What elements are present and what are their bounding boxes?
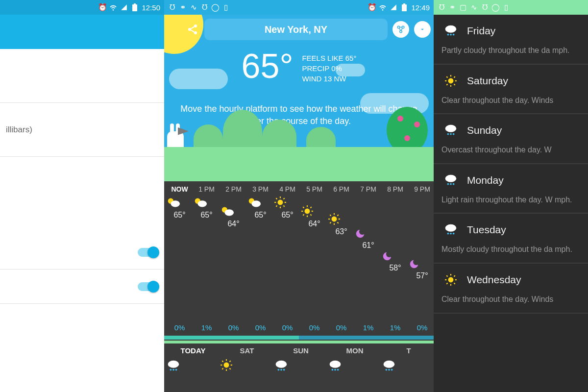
hour-precip: 1% [382,323,409,332]
svg-line-43 [330,222,331,223]
day-icon-cell [166,357,220,375]
svg-point-84 [447,133,449,135]
day-icon-cell [220,357,274,375]
alert-icon[interactable] [167,23,181,36]
svg-point-87 [445,175,457,182]
hour-temp: 63° [328,227,355,236]
hour-cell: 63° [328,196,355,321]
hour-cell: 61° [355,196,382,321]
hour-temp: 65° [247,211,274,220]
hour-temp: 65° [193,211,220,220]
partly-cloudy-icon [193,196,220,209]
hour-temp: 57° [409,271,434,280]
voicemail-icon: ⚭ [448,3,456,11]
wifi-icon [379,3,387,11]
svg-line-34 [303,215,304,216]
partly-cloudy-icon [220,205,247,218]
status-bar: ℧ ⚭ ▢ ∿ ℧ ◯ ▯ [434,0,588,15]
svg-point-83 [445,125,457,132]
svg-point-18 [278,200,283,205]
wind: WIND 13 NW [302,74,356,84]
hour-precip: 1% [193,323,220,332]
moon-icon [355,228,382,239]
hour-precip: 0% [247,323,274,332]
svg-point-85 [450,133,452,135]
hour-precip: 0% [301,323,328,332]
svg-point-74 [448,78,454,83]
day-row[interactable]: Friday Partly cloudy throughout the da m… [434,15,588,65]
sun-icon [274,196,301,209]
rain-cloud-icon [382,359,434,373]
settings-toggle-row-1[interactable] [0,235,164,270]
rain-cloud-icon [443,24,458,38]
svg-point-6 [194,31,197,34]
sun-icon [220,359,274,371]
day-label: TODAY [166,346,220,355]
partly-cloudy-icon [166,196,193,209]
hour-temp: 58° [382,264,409,272]
day-row[interactable]: Saturday Clear throughout the day. Winds [434,65,588,115]
hour-precip: 0% [166,323,193,332]
svg-line-42 [338,222,339,223]
day-description: Light rain throughout the day. W mph. [441,195,580,205]
status-time: 12:49 [411,3,430,12]
svg-point-86 [453,133,455,135]
hour-temp: 64° [301,220,328,228]
svg-rect-2 [402,4,407,11]
settings-toggle-row-2[interactable] [0,270,164,304]
phone-icon: ▯ [222,3,230,11]
svg-point-94 [453,233,455,235]
svg-point-15 [224,209,234,216]
settings-row[interactable] [0,49,164,103]
svg-point-13 [197,200,207,207]
dropdown-button[interactable] [414,21,431,38]
svg-line-55 [230,368,231,369]
svg-rect-0 [132,4,137,11]
toggle-switch[interactable] [138,282,158,291]
image-icon: ▢ [459,3,467,11]
daily-strip[interactable]: TODAYSATSUNMONT [164,341,434,376]
location-pill[interactable]: New York, NY [204,19,388,40]
hour-label: 7 PM [355,185,382,193]
day-row[interactable]: Sunday Overcast throughout the day. W [434,114,588,164]
hour-precip: 1% [355,323,382,332]
svg-line-81 [446,84,447,85]
hourly-forecast[interactable]: NOW1 PM2 PM3 PM4 PM5 PM6 PM7 PM8 PM9 PM … [164,181,434,340]
toggle-switch[interactable] [138,248,158,257]
day-label: SUN [274,346,328,355]
hour-precip: 0% [274,323,301,332]
partly-cloudy-icon [247,196,274,209]
day-row[interactable]: Monday Light rain throughout the day. W … [434,164,588,214]
svg-rect-1 [134,3,136,4]
weather-hero[interactable]: New York, NY 65° FEELS LIKE 65° PRECIP 0… [164,15,434,181]
svg-line-32 [303,207,304,208]
sun-icon [444,74,457,87]
hour-label: 6 PM [328,185,355,193]
sun-icon [444,273,457,286]
day-row[interactable]: Tuesday Mostly cloudy throughout the da … [434,214,588,264]
settings-row-pressure[interactable]: illibars) [0,103,164,157]
day-name: Saturday [467,75,508,87]
day-label: SAT [220,346,274,355]
weather-stats: FEELS LIKE 65° PRECIP 0% WIND 13 NW [302,49,356,84]
voicemail-icon: ⚭ [179,3,187,11]
hour-cell: 65° [274,196,301,321]
circle-icon: ◯ [491,3,499,11]
hour-temp: 65° [274,211,301,220]
hour-cell: 64° [220,196,247,321]
day-icon-cell [328,357,382,375]
day-row[interactable]: Wednesday Clear throughout the day. Wind… [434,264,588,314]
svg-line-25 [276,206,277,207]
share-icon[interactable] [186,23,199,36]
svg-point-64 [334,369,336,371]
svg-point-71 [447,34,449,36]
day-name: Wednesday [467,274,521,286]
svg-point-70 [445,25,457,33]
pulse-icon: ∿ [190,3,197,11]
graph-button[interactable] [392,21,409,38]
pulse-icon: ∿ [470,3,478,11]
moon-icon [382,251,409,262]
svg-line-24 [284,206,285,207]
svg-point-45 [168,361,179,368]
svg-point-5 [188,28,191,31]
